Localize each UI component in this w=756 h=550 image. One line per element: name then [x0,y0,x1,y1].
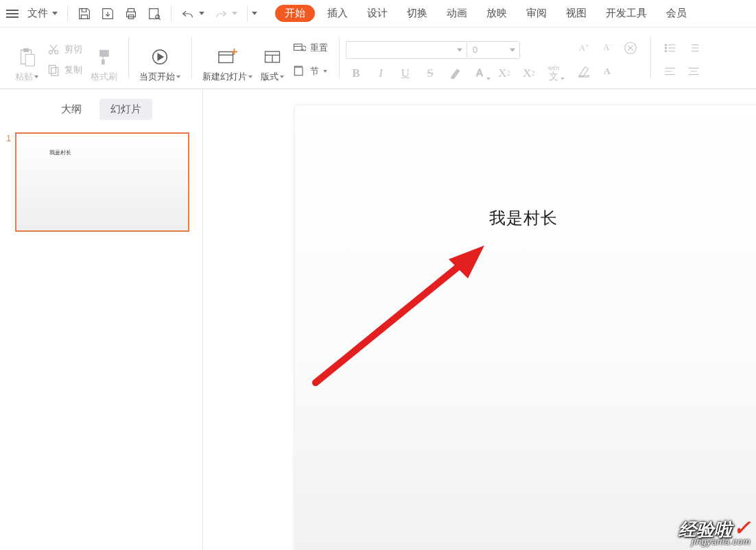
tab-start[interactable]: 开始 [275,5,315,22]
svg-point-8 [55,50,58,53]
font-family-select[interactable] [346,41,466,59]
decrease-font-button[interactable]: A- [597,38,617,58]
font-color-button[interactable] [469,64,490,82]
tab-view[interactable]: 视图 [559,4,593,23]
chevron-down-icon [457,48,462,51]
bullets-button[interactable] [660,38,681,58]
svg-point-3 [156,14,160,19]
save-as-icon[interactable] [97,3,119,25]
align-center-button[interactable] [683,61,704,82]
print-icon[interactable] [120,3,142,25]
new-slide-button[interactable]: 新建幻灯片 [198,34,257,86]
tab-insert[interactable]: 插入 [320,4,355,23]
layout-label: 版式 [261,71,279,83]
tab-transition[interactable]: 切换 [400,4,434,23]
svg-point-7 [49,50,52,53]
svg-rect-14 [218,51,233,62]
slide-text[interactable]: 我是村长 [489,207,558,229]
superscript-button[interactable]: X2 [494,64,515,82]
numbering-button[interactable] [683,38,704,58]
slide-thumbnail-1[interactable]: 我是村长 [15,132,189,232]
thumbnail-row: 1 我是村长 [3,132,196,232]
hamburger-menu-icon[interactable] [4,5,21,22]
ribbon-tabs: 开始 插入 设计 切换 动画 放映 审阅 视图 开发工具 会员 [275,4,685,23]
char-shading-button[interactable] [574,61,594,82]
chevron-down-icon [323,70,327,73]
format-painter-icon [93,46,115,68]
svg-point-22 [665,50,666,51]
separator [67,6,68,21]
strikethrough-button[interactable]: S [420,64,440,82]
font-size-select[interactable]: 0 [466,41,520,59]
paste-icon [16,46,38,68]
from-current-label: 当页开始 [139,71,175,83]
tab-review[interactable]: 审阅 [519,4,554,23]
phonetic-guide-button[interactable]: wén文 [543,64,564,82]
chevron-down-icon [280,75,284,78]
print-preview-icon[interactable] [143,3,165,25]
underline-button[interactable]: U [395,64,416,82]
svg-rect-10 [51,67,58,75]
svg-rect-2 [150,8,158,19]
tab-design[interactable]: 设计 [360,4,394,23]
tab-animation[interactable]: 动画 [440,4,474,23]
align-left-button[interactable] [660,61,681,82]
reset-label: 重置 [310,42,328,54]
tab-member[interactable]: 会员 [659,4,694,23]
file-menu-label: 文件 [27,7,48,20]
format-painter-button[interactable]: 格式刷 [86,34,121,86]
ribbon: 粘贴 剪切 复制 格式刷 当页开始 [0,27,756,89]
paste-button[interactable]: 粘贴 [11,34,43,86]
undo-history-caret[interactable] [199,12,204,15]
tab-devtools[interactable]: 开发工具 [599,4,654,23]
tab-slideshow[interactable]: 放映 [480,4,514,23]
file-menu[interactable]: 文件 [23,4,62,23]
strike-label: S [427,67,433,80]
section-label: 节 [310,65,319,77]
section-button[interactable]: 节 [291,63,329,80]
text-effects-button[interactable]: A [597,61,617,82]
redo-history-caret[interactable] [232,12,237,15]
group-clipboard: 粘贴 剪切 复制 格式刷 [4,30,128,88]
slide[interactable]: 我是村长 [295,106,756,550]
slide-thumbnails[interactable]: 1 我是村长 [0,127,202,550]
copy-button[interactable]: 复制 [45,62,84,78]
layout-button[interactable]: 版式 [257,34,288,86]
chevron-down-icon [34,75,38,78]
font-size-value: 0 [473,45,477,55]
from-current-button[interactable]: 当页开始 [135,34,185,86]
increase-font-button[interactable]: A+ [574,38,594,58]
svg-rect-5 [23,48,29,51]
thumbnail-text: 我是村长 [49,149,71,156]
subscript-button[interactable]: X2 [519,64,539,82]
quick-access-customize-caret[interactable] [252,12,257,15]
menubar: 文件 开始 插入 设计 切换 动画 放映 审阅 视图 开发工具 会员 [0,0,756,27]
undo-icon[interactable] [177,3,199,25]
group-font: 0 B I U S X2 X2 wén文 A+ A- [339,30,650,88]
copy-label: 复制 [64,64,82,76]
group-paragraph [650,30,707,88]
clear-format-button[interactable] [620,38,641,58]
reset-button[interactable]: 重置 [291,40,329,56]
cut-label: 剪切 [64,43,82,56]
chevron-down-icon [52,12,58,15]
cut-button[interactable]: 剪切 [45,41,84,58]
slide-canvas[interactable]: 我是村长 经验啦✓ jingyanla.com [203,89,756,550]
separator [247,6,248,21]
chevron-down-icon [176,75,180,78]
group-slideshow: 当页开始 [128,30,191,88]
new-slide-icon [217,46,239,68]
italic-button[interactable]: I [370,64,391,82]
paste-label: 粘贴 [15,71,33,83]
slides-tab[interactable]: 幻灯片 [99,99,152,120]
highlight-button[interactable] [445,64,465,82]
svg-rect-17 [294,67,303,75]
svg-rect-6 [25,54,34,66]
bold-button[interactable]: B [346,64,366,82]
save-icon[interactable] [73,3,95,25]
svg-marker-23 [449,246,484,278]
svg-rect-9 [49,65,56,73]
chevron-down-icon [510,48,515,51]
outline-tab[interactable]: 大纲 [50,99,93,120]
redo-icon[interactable] [210,3,232,25]
